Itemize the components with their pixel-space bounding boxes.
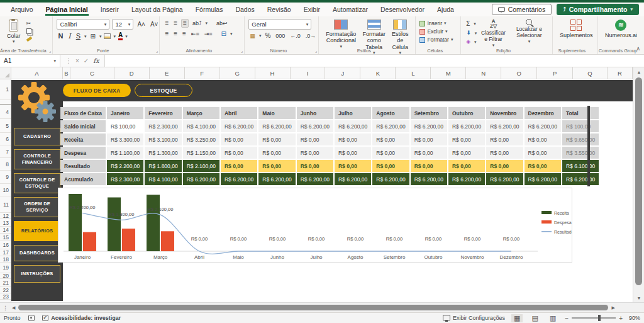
horizontal-scrollbar[interactable]: ⋮ ◀ ▶ <box>0 302 644 312</box>
menu-tab-revis-o[interactable]: Revisão <box>262 4 297 16</box>
table-cell[interactable]: R$ 0,00 <box>335 133 371 145</box>
menu-tab-desenvolvedor[interactable]: Desenvolvedor <box>375 4 430 16</box>
column-header-O[interactable]: O <box>501 67 537 79</box>
align-middle-button[interactable]: ≡ <box>172 20 179 27</box>
addins-button[interactable]: Suplementos <box>557 19 596 39</box>
column-header-G[interactable]: G <box>220 67 255 79</box>
row-header-13[interactable]: 13 <box>0 219 11 227</box>
confirm-formula-button[interactable]: ✓ <box>84 57 89 64</box>
row-label-cell[interactable]: Acumulado <box>60 173 106 185</box>
sort-filter-button[interactable]: AZ▽ Classificar e Filtrar▾ <box>477 19 510 48</box>
table-cell[interactable]: R$ 0,00 <box>372 147 409 159</box>
increase-font-button[interactable]: A˄ <box>136 21 147 28</box>
table-cell[interactable]: R$ 6.200,00 <box>335 120 371 132</box>
borders-button[interactable]: ⊞ <box>89 33 97 40</box>
table-cell[interactable]: R$ 0,00 <box>525 147 561 159</box>
decrease-decimal-button[interactable]: .0→ <box>304 33 318 40</box>
row-header-23[interactable]: 23 <box>0 293 11 300</box>
table-cell[interactable]: R$ 1.100,00 <box>107 147 143 159</box>
table-cell[interactable]: R$ 0,00 <box>258 160 295 172</box>
table-cell[interactable]: R$ 6.200,00 <box>297 173 333 185</box>
comma-style-button[interactable]: 000 <box>274 33 286 40</box>
clear-button[interactable]: ◈ <box>465 38 472 45</box>
cut-button[interactable]: ✂ <box>26 21 32 26</box>
row-header-19[interactable]: 19 <box>0 263 11 273</box>
table-cell[interactable]: R$ 0,00 <box>372 160 409 172</box>
column-header-N[interactable]: N <box>466 67 501 79</box>
row-header-6[interactable]: 6 <box>0 133 11 145</box>
delete-cells-button[interactable]: Excluir▾ <box>419 28 453 35</box>
dialog-launcher-icon[interactable]: ⌟ <box>315 48 317 54</box>
table-cell[interactable]: R$ 100,00 <box>107 120 143 132</box>
table-header-cell[interactable]: Abril <box>221 107 257 119</box>
table-cell[interactable]: R$ 2.300,00 <box>107 173 143 185</box>
display-settings-button[interactable]: Exibir Configurações <box>443 315 505 321</box>
tab-fluxo-de-caixa[interactable]: FLUXO DE CAIXA <box>63 84 131 97</box>
table-cell[interactable]: R$ 0,00 <box>448 147 485 159</box>
autosum-button[interactable]: Σ <box>465 20 471 28</box>
row-header-7[interactable]: 7 <box>0 145 11 158</box>
column-header-J[interactable]: J <box>325 67 360 79</box>
underline-button[interactable]: S <box>75 32 82 40</box>
font-color-button[interactable]: A <box>118 32 123 40</box>
scroll-right-icon[interactable]: ▶ <box>609 305 616 310</box>
scroll-up-icon[interactable]: ▲ <box>633 67 644 76</box>
menu-tab-ajuda[interactable]: Ajuda <box>431 4 460 16</box>
table-cell[interactable]: R$ 4.100,00 <box>145 173 181 185</box>
table-header-cell[interactable]: Agosto <box>372 107 409 119</box>
dialog-launcher-icon[interactable]: ⌟ <box>156 48 158 54</box>
table-cell[interactable]: R$ 0,00 <box>525 133 561 145</box>
row-header-22[interactable]: 22 <box>0 287 11 293</box>
table-cell[interactable]: R$ 6.200,00 <box>486 120 523 132</box>
increase-indent-button[interactable]: ⇥≡ <box>203 31 214 38</box>
select-all-corner[interactable] <box>0 67 11 79</box>
row-header-20[interactable]: 20 <box>0 273 11 279</box>
insert-cells-button[interactable]: Inserir▾ <box>419 20 453 26</box>
table-cell[interactable]: R$ 0,00 <box>448 160 485 172</box>
align-right-button[interactable]: ≡ <box>181 30 187 38</box>
table-cell[interactable]: R$ 6.200,00 <box>411 173 447 185</box>
row-header-14[interactable]: 14 <box>0 227 11 234</box>
table-header-cell[interactable]: Maio <box>258 107 295 119</box>
table-cell[interactable]: R$ 6.200,00 <box>372 173 409 185</box>
bold-button[interactable]: N <box>57 32 64 40</box>
sidebar-item-dashboards[interactable]: DASHBOARDS <box>14 245 60 261</box>
table-cell[interactable]: R$ 0,00 <box>486 147 523 159</box>
row-header-21[interactable]: 21 <box>0 279 11 287</box>
table-cell[interactable]: R$ 6.200,00 <box>486 173 523 185</box>
table-cell[interactable]: R$ 0,00 <box>221 160 257 172</box>
increase-decimal-button[interactable]: ←.0 <box>289 33 302 40</box>
row-header-15[interactable]: 15 <box>0 234 11 241</box>
row-header-1[interactable]: 1 <box>0 79 11 100</box>
table-cell[interactable]: R$ 2.300,00 <box>145 120 181 132</box>
row-header-8[interactable]: 8 <box>0 158 11 171</box>
fill-color-button[interactable] <box>104 33 111 39</box>
row-header-4[interactable]: 4 <box>0 105 11 119</box>
table-cell[interactable]: R$ 0,00 <box>335 160 371 172</box>
accessibility-status[interactable]: ✓ Acessibilidade: investigar <box>42 315 121 322</box>
align-bottom-button[interactable]: ≡ <box>181 19 189 28</box>
row-header-9[interactable]: 9 <box>0 171 11 184</box>
row-header-18[interactable]: 18 <box>0 256 11 263</box>
column-header-L[interactable]: L <box>396 67 431 79</box>
table-cell[interactable]: R$ 0,00 <box>411 147 447 159</box>
table-cell[interactable]: R$ 3.300,00 <box>107 133 143 145</box>
table-cell[interactable]: R$ 1.800,00 <box>145 160 181 172</box>
scroll-down-icon[interactable]: ▼ <box>633 293 644 302</box>
table-cell[interactable]: R$ 0,00 <box>486 133 523 145</box>
font-name-select[interactable]: Calibri▾ <box>57 19 109 30</box>
table-cell[interactable]: R$ 0,00 <box>297 133 333 145</box>
drag-handle-icon[interactable]: ⋮ <box>65 57 71 64</box>
menu-tab-f-rmulas[interactable]: Fórmulas <box>190 4 229 16</box>
table-cell[interactable]: R$ 0,00 <box>411 160 447 172</box>
table-header-cell[interactable]: Outubro <box>448 107 485 119</box>
zoom-slider-thumb[interactable] <box>598 315 601 321</box>
number-format-select[interactable]: Geral▾ <box>248 19 311 30</box>
row-label-cell[interactable]: Despesa <box>60 147 106 159</box>
zoom-slider[interactable] <box>572 317 616 319</box>
table-header-cell[interactable]: Março <box>183 107 219 119</box>
row-label-cell[interactable]: Receita <box>60 133 106 145</box>
share-button[interactable]: ⤴ Compartilhamento ▾ <box>557 4 639 15</box>
table-cell[interactable]: R$ 0,00 <box>486 160 523 172</box>
row-label-cell[interactable]: Resultado <box>60 160 106 172</box>
